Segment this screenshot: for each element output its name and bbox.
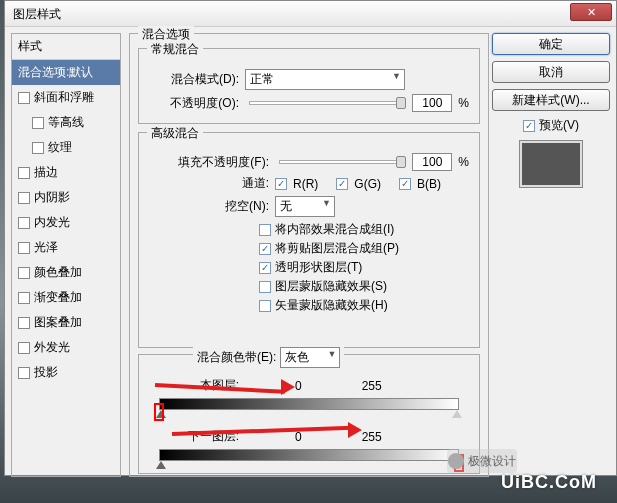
adv-option-checkbox[interactable] bbox=[259, 281, 271, 293]
style-item[interactable]: 混合选项:默认 bbox=[12, 60, 120, 85]
adv-option-row: 矢量蒙版隐藏效果(H) bbox=[259, 297, 469, 314]
under-layer-slider[interactable] bbox=[159, 449, 459, 461]
opacity-value[interactable]: 100 bbox=[412, 94, 452, 112]
wechat-badge: 极微设计 bbox=[447, 449, 517, 473]
style-item[interactable]: 投影 bbox=[12, 360, 120, 385]
blend-if-dropdown[interactable]: 灰色 bbox=[280, 347, 340, 368]
close-button[interactable]: ✕ bbox=[570, 3, 612, 21]
under-layer-label: 下一图层: bbox=[149, 428, 239, 445]
preview-swatch bbox=[519, 140, 583, 188]
style-checkbox[interactable] bbox=[18, 92, 30, 104]
normal-blend-title: 常规混合 bbox=[147, 41, 203, 58]
layer-style-dialog: 图层样式 ✕ 样式 混合选项:默认斜面和浮雕等高线纹理描边内阴影内发光光泽颜色叠… bbox=[4, 0, 617, 476]
cancel-button[interactable]: 取消 bbox=[492, 61, 610, 83]
style-item[interactable]: 渐变叠加 bbox=[12, 285, 120, 310]
knockout-dropdown[interactable]: 无 bbox=[275, 196, 335, 217]
preview-label: 预览(V) bbox=[539, 117, 579, 134]
adv-option-checkbox[interactable] bbox=[259, 300, 271, 312]
annotation-this-black bbox=[154, 403, 164, 421]
style-item[interactable]: 内发光 bbox=[12, 210, 120, 235]
style-checkbox[interactable] bbox=[18, 342, 30, 354]
channel-label: 通道: bbox=[149, 175, 269, 192]
style-checkbox[interactable] bbox=[32, 117, 44, 129]
fill-opacity-slider[interactable] bbox=[279, 160, 402, 164]
ok-button[interactable]: 确定 bbox=[492, 33, 610, 55]
styles-list: 混合选项:默认斜面和浮雕等高线纹理描边内阴影内发光光泽颜色叠加渐变叠加图案叠加外… bbox=[12, 60, 120, 385]
style-item[interactable]: 颜色叠加 bbox=[12, 260, 120, 285]
blend-options-group: 混合选项 常规混合 混合模式(D): 正常 不透明度(O): 100 % 高级混… bbox=[129, 33, 489, 477]
style-checkbox[interactable] bbox=[18, 217, 30, 229]
style-item[interactable]: 光泽 bbox=[12, 235, 120, 260]
style-checkbox[interactable] bbox=[18, 192, 30, 204]
adv-option-checkbox[interactable] bbox=[259, 262, 271, 274]
style-checkbox[interactable] bbox=[18, 242, 30, 254]
blend-mode-label: 混合模式(D): bbox=[149, 71, 239, 88]
style-checkbox[interactable] bbox=[18, 167, 30, 179]
blend-if-title: 混合颜色带(E): bbox=[197, 349, 276, 366]
normal-blend-group: 常规混合 混合模式(D): 正常 不透明度(O): 100 % bbox=[138, 48, 480, 124]
style-item[interactable]: 图案叠加 bbox=[12, 310, 120, 335]
this-layer-slider[interactable] bbox=[159, 398, 459, 410]
adv-option-checkbox[interactable] bbox=[259, 243, 271, 255]
style-checkbox[interactable] bbox=[32, 142, 44, 154]
opacity-label: 不透明度(O): bbox=[149, 95, 239, 112]
new-style-button[interactable]: 新建样式(W)... bbox=[492, 89, 610, 111]
blend-mode-dropdown[interactable]: 正常 bbox=[245, 69, 405, 90]
style-item[interactable]: 等高线 bbox=[12, 110, 120, 135]
styles-header: 样式 bbox=[12, 34, 120, 60]
style-item[interactable]: 描边 bbox=[12, 160, 120, 185]
knockout-label: 挖空(N): bbox=[149, 198, 269, 215]
advanced-blend-group: 高级混合 填充不透明度(F): 100 % 通道: R(R) G(G) B(B) bbox=[138, 132, 480, 348]
opacity-slider[interactable] bbox=[249, 101, 402, 105]
channel-b-checkbox[interactable] bbox=[399, 178, 411, 190]
blend-if-group: 混合颜色带(E): 灰色 本图层: 0255 下一图层: 0255 bbox=[138, 354, 480, 474]
this-layer-label: 本图层: bbox=[149, 377, 239, 394]
channel-r-checkbox[interactable] bbox=[275, 178, 287, 190]
style-checkbox[interactable] bbox=[18, 317, 30, 329]
style-checkbox[interactable] bbox=[18, 367, 30, 379]
channel-g-checkbox[interactable] bbox=[336, 178, 348, 190]
percent-sign: % bbox=[458, 96, 469, 110]
style-item[interactable]: 内阴影 bbox=[12, 185, 120, 210]
watermark: UiBC.CoM bbox=[501, 472, 597, 493]
style-item[interactable]: 外发光 bbox=[12, 335, 120, 360]
advanced-blend-title: 高级混合 bbox=[147, 125, 203, 142]
preview-checkbox[interactable] bbox=[523, 120, 535, 132]
style-item[interactable]: 纹理 bbox=[12, 135, 120, 160]
styles-panel: 样式 混合选项:默认斜面和浮雕等高线纹理描边内阴影内发光光泽颜色叠加渐变叠加图案… bbox=[11, 33, 121, 477]
fill-opacity-value[interactable]: 100 bbox=[412, 153, 452, 171]
fill-opacity-label: 填充不透明度(F): bbox=[149, 154, 269, 171]
style-checkbox[interactable] bbox=[18, 267, 30, 279]
adv-option-row: 将剪贴图层混合成组(P) bbox=[259, 240, 469, 257]
adv-option-checkbox[interactable] bbox=[259, 224, 271, 236]
style-item[interactable]: 斜面和浮雕 bbox=[12, 85, 120, 110]
adv-option-row: 将内部效果混合成组(I) bbox=[259, 221, 469, 238]
window-title: 图层样式 bbox=[13, 7, 61, 21]
style-checkbox[interactable] bbox=[18, 292, 30, 304]
titlebar[interactable]: 图层样式 ✕ bbox=[5, 1, 616, 27]
adv-option-row: 透明形状图层(T) bbox=[259, 259, 469, 276]
adv-option-row: 图层蒙版隐藏效果(S) bbox=[259, 278, 469, 295]
right-pane: 确定 取消 新建样式(W)... 预览(V) bbox=[492, 33, 610, 192]
